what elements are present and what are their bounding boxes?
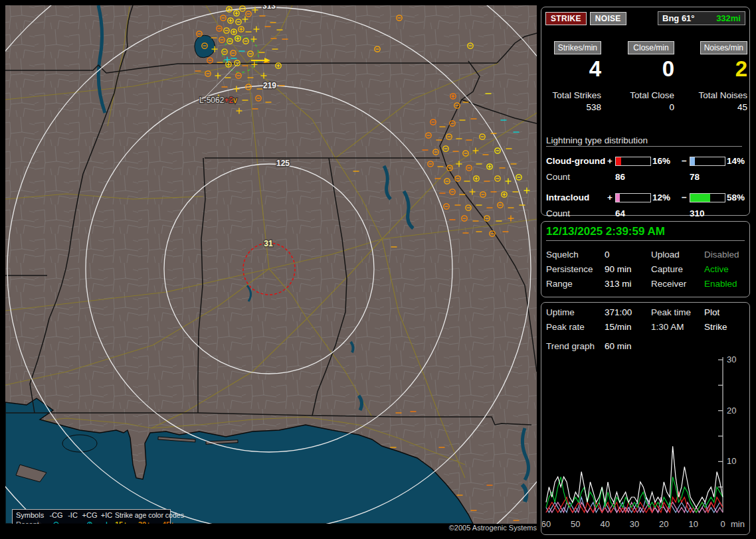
x-tick-label: 40 — [600, 519, 609, 529]
status-label-capture: Capture — [651, 264, 704, 274]
x-tick-label: 0 — [720, 519, 725, 529]
cg-count-label: Count — [546, 172, 607, 182]
storm-cell-label: L-5062+2v — [199, 96, 237, 105]
y-tick-label: 30 — [727, 354, 736, 364]
status-label-squelch: Squelch — [546, 250, 605, 260]
bar-fill — [690, 157, 695, 165]
lightning-type-distribution: Lightning type distribution Cloud-ground… — [546, 135, 745, 222]
legend-symbol-ic-neg-icon: − — [64, 520, 81, 524]
total-strikes-label: Total Strikes — [552, 90, 601, 100]
total-close-label: Total Close — [630, 90, 674, 100]
datetime-display: 12/13/2025 2:39:59 AM — [546, 225, 665, 238]
ic-pos-bar — [615, 193, 651, 202]
cg-neg-count: 78 — [690, 172, 727, 182]
bearing-distance: 332mi — [716, 13, 741, 23]
legend-symbol-ic-pos-icon: + — [98, 520, 115, 524]
map-legend: Symbols -CG -IC +CG +IC Strike age color… — [12, 509, 171, 524]
legend-symbol-cg-pos-icon: ⊕ — [81, 520, 98, 524]
cloud-ground-label: Cloud-ground — [546, 156, 607, 166]
bar-fill — [616, 157, 621, 165]
status-value-disabled: Disabled — [704, 250, 746, 260]
legend-age-title: Strike age color codes — [115, 511, 185, 519]
copyright-text: ©2005 Astrogenic Systems — [425, 524, 537, 532]
cg-neg-bar — [690, 157, 725, 166]
legend-age-code: 15+ — [115, 520, 138, 524]
minus-sign: − — [682, 156, 690, 166]
status-panel: 12/13/2025 2:39:59 AM Squelch0UploadDisa… — [541, 221, 750, 297]
intracloud-label: Intracloud — [546, 193, 607, 202]
range-ring-label: 31 — [264, 239, 273, 248]
ic-neg-percent: 58% — [727, 193, 753, 202]
status-value-90-min: 90 min — [605, 264, 651, 274]
y-tick-label: 10 — [727, 456, 736, 466]
bar-fill — [690, 194, 710, 202]
x-tick-label: 30 — [630, 519, 639, 529]
x-tick-label: 60 — [542, 519, 551, 529]
status-value-active: Active — [704, 264, 746, 274]
legend-age-code: 45+ — [162, 520, 185, 524]
status-label-persistence: Persistence — [546, 264, 605, 274]
trend-graph-label: Trend graph — [546, 341, 605, 351]
status-value-15-min: 15/min — [605, 322, 651, 332]
y-tick-label: 20 — [727, 406, 736, 416]
lightning-map[interactable]: 31321912531L-5062+2v Symbols -CG -IC +CG… — [5, 5, 537, 524]
legend-row-label: Recent — [16, 520, 48, 524]
status-value-313-mi: 313 mi — [605, 279, 651, 289]
trend-series-white — [546, 446, 723, 507]
status-label-1-30-am: 1:30 AM — [651, 322, 704, 332]
minus-sign: − — [682, 193, 690, 202]
strikes-per-min-value: 4 — [589, 57, 601, 81]
plus-sign: + — [607, 156, 615, 166]
trend-panel: Uptime371:00Peak timePlotPeak rate15/min… — [541, 302, 750, 535]
status-value-strike: Strike — [704, 322, 746, 332]
status-grid: Squelch0UploadDisabledPersistence90 minC… — [546, 250, 746, 289]
legend-symbol-cg-neg-icon: ⊖ — [48, 520, 64, 524]
trend-grid: Uptime371:00Peak timePlotPeak rate15/min… — [546, 307, 746, 332]
x-tick-label: 50 — [571, 519, 580, 529]
noises-per-min-value: 2 — [735, 57, 747, 81]
close-per-min-value: 0 — [662, 57, 674, 81]
x-tick-label: 20 — [659, 519, 668, 529]
status-label-receiver: Receiver — [651, 279, 704, 289]
total-strikes-value: 538 — [586, 102, 601, 112]
trend-series-blue — [546, 497, 723, 512]
noises-per-min-button[interactable]: Noises/min — [700, 41, 747, 54]
ic-count-label: Count — [546, 208, 607, 218]
legend-col-neg-ic: -IC — [64, 511, 81, 519]
bar-fill — [616, 194, 620, 202]
strike-stats-panel: STRIKE NOISE Bng 61° 332mi Strikes/min 4… — [541, 7, 750, 216]
map-svg: 31321912531L-5062+2v — [5, 5, 537, 524]
noise-button[interactable]: NOISE — [590, 12, 626, 25]
bearing-label: Bng 61° — [662, 13, 695, 23]
ic-neg-count: 310 — [690, 208, 727, 218]
status-label-range: Range — [546, 279, 605, 289]
total-noises-value: 45 — [737, 102, 747, 112]
range-ring-label: 313 — [262, 5, 276, 11]
legend-col-pos-cg: +CG — [81, 511, 98, 519]
x-tick-label: 10 — [688, 519, 698, 529]
strike-button[interactable]: STRIKE — [545, 12, 587, 25]
status-value-0: 0 — [605, 250, 651, 260]
range-ring-label: 219 — [263, 81, 276, 90]
legend-symbols-title: Symbols — [16, 511, 48, 519]
legend-col-neg-cg: -CG — [48, 511, 64, 519]
trend-chart: 3020106050403020100min — [542, 352, 749, 535]
total-noises-label: Total Noises — [698, 90, 747, 100]
plus-sign: + — [607, 193, 615, 202]
close-per-min-button[interactable]: Close/min — [628, 41, 674, 54]
status-label-peak-rate: Peak rate — [546, 322, 605, 332]
ic-pos-count: 64 — [615, 208, 652, 218]
strikes-per-min-button[interactable]: Strikes/min — [554, 41, 601, 54]
legend-col-pos-ic: +IC — [98, 511, 115, 519]
rate-columns: Strikes/min 4 Total Strikes 538 Close/mi… — [543, 41, 747, 112]
trend-graph-value: 60 min — [605, 341, 651, 351]
legend-age-code: 30+ — [138, 520, 162, 524]
range-ring-label: 125 — [276, 159, 290, 168]
status-label-uptime: Uptime — [546, 307, 605, 317]
bearing-display: Bng 61° 332mi — [658, 11, 745, 25]
trend-series-pink — [546, 497, 723, 512]
status-label-peak-time: Peak time — [651, 307, 704, 317]
distribution-title: Lightning type distribution — [546, 135, 648, 145]
status-value-371-00: 371:00 — [605, 307, 651, 317]
cg-pos-percent: 16% — [652, 156, 682, 166]
